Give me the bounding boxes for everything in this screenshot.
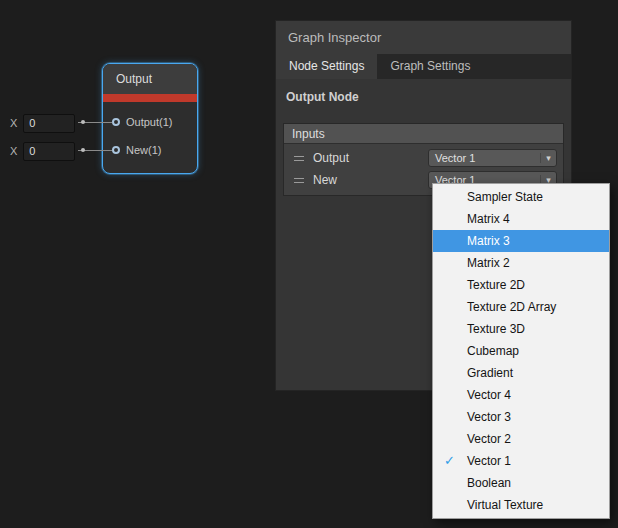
menu-item-label: Vector 2	[467, 432, 511, 446]
node-title: Output	[103, 64, 197, 94]
menu-item-cubemap[interactable]: Cubemap	[433, 340, 609, 362]
type-dropdown-menu: Sampler State Matrix 4 Matrix 3 Matrix 2…	[432, 183, 610, 519]
menu-item-texture-2d-array[interactable]: Texture 2D Array	[433, 296, 609, 318]
port-row-new: New(1)	[103, 136, 197, 164]
menu-item-label: Sampler State	[467, 190, 543, 204]
menu-item-virtual-texture[interactable]: Virtual Texture	[433, 494, 609, 516]
menu-item-label: Matrix 4	[467, 212, 510, 226]
output-port-default-field: X 0	[10, 113, 75, 133]
wire-dot-icon	[81, 148, 85, 152]
input-label-output: Output	[313, 151, 349, 165]
menu-item-label: Vector 1	[467, 454, 511, 468]
menu-item-label: Cubemap	[467, 344, 519, 358]
menu-item-matrix-3[interactable]: Matrix 3	[433, 230, 609, 252]
drag-handle-icon[interactable]	[294, 156, 304, 161]
menu-item-texture-2d[interactable]: Texture 2D	[433, 274, 609, 296]
inspector-title[interactable]: Graph Inspector	[276, 21, 571, 54]
dropdown-value: Vector 1	[429, 152, 540, 164]
input-port-new-icon[interactable]	[112, 146, 120, 154]
menu-item-label: Vector 3	[467, 410, 511, 424]
menu-item-label: Boolean	[467, 476, 511, 490]
port-label-output: Output(1)	[126, 116, 172, 128]
output-node[interactable]: Output Output(1) New(1)	[102, 63, 198, 174]
menu-item-matrix-2[interactable]: Matrix 2	[433, 252, 609, 274]
menu-item-label: Virtual Texture	[467, 498, 543, 512]
menu-item-label: Gradient	[467, 366, 513, 380]
check-icon: ✓	[444, 450, 455, 472]
type-dropdown-output[interactable]: Vector 1 ▾	[428, 149, 557, 167]
new-port-default-field: X 0	[10, 141, 75, 161]
chevron-down-icon: ▾	[540, 153, 556, 163]
input-label-new: New	[313, 173, 337, 187]
node-body: Output(1) New(1)	[103, 102, 197, 170]
menu-item-label: Matrix 2	[467, 256, 510, 270]
inputs-header: Inputs	[284, 124, 563, 144]
node-color-bar	[103, 94, 197, 102]
menu-item-vector-4[interactable]: Vector 4	[433, 384, 609, 406]
menu-item-vector-2[interactable]: Vector 2	[433, 428, 609, 450]
menu-item-vector-1[interactable]: ✓Vector 1	[433, 450, 609, 472]
x-value-input[interactable]: 0	[23, 114, 75, 133]
menu-item-label: Texture 2D	[467, 278, 525, 292]
input-port-output-icon[interactable]	[112, 118, 120, 126]
menu-item-boolean[interactable]: Boolean	[433, 472, 609, 494]
inspector-tabbar: Node Settings Graph Settings	[276, 54, 571, 79]
menu-item-label: Matrix 3	[467, 234, 510, 248]
menu-item-label: Texture 2D Array	[467, 300, 556, 314]
port-label-new: New(1)	[126, 144, 161, 156]
menu-item-gradient[interactable]: Gradient	[433, 362, 609, 384]
section-title: Output Node	[276, 79, 571, 104]
port-row-output: Output(1)	[103, 108, 197, 136]
menu-item-texture-3d[interactable]: Texture 3D	[433, 318, 609, 340]
wire-dot-icon	[81, 120, 85, 124]
drag-handle-icon[interactable]	[294, 178, 304, 183]
x-value-input[interactable]: 0	[23, 142, 75, 161]
tab-node-settings[interactable]: Node Settings	[276, 54, 377, 79]
menu-item-sampler-state[interactable]: Sampler State	[433, 186, 609, 208]
menu-item-matrix-4[interactable]: Matrix 4	[433, 208, 609, 230]
x-component-label: X	[10, 145, 17, 157]
menu-item-label: Vector 4	[467, 388, 511, 402]
x-component-label: X	[10, 117, 17, 129]
tab-graph-settings[interactable]: Graph Settings	[377, 54, 483, 79]
menu-item-vector-3[interactable]: Vector 3	[433, 406, 609, 428]
menu-item-label: Texture 3D	[467, 322, 525, 336]
input-row-output: Output Vector 1 ▾	[288, 147, 559, 169]
